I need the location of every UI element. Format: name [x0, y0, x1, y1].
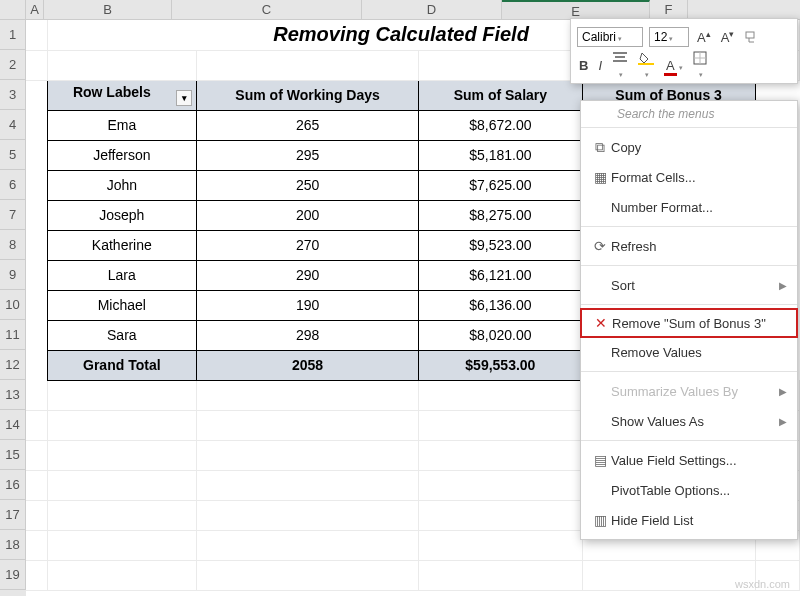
total-salary[interactable]: $59,553.00 [419, 350, 583, 380]
cell-name[interactable]: Joseph [47, 200, 197, 230]
cell-name[interactable]: Lara [47, 260, 197, 290]
row-header-19[interactable]: 19 [0, 560, 26, 590]
cell-salary[interactable]: $5,181.00 [419, 140, 583, 170]
row-header-10[interactable]: 10 [0, 290, 26, 320]
row-header-2[interactable]: 2 [0, 50, 26, 80]
cell-salary[interactable]: $8,672.00 [419, 110, 583, 140]
cell-salary[interactable]: $8,020.00 [419, 320, 583, 350]
menu-pt-options-label: PivotTable Options... [611, 483, 787, 498]
col-header-d[interactable]: D [362, 0, 502, 19]
total-days[interactable]: 2058 [197, 350, 419, 380]
menu-sort[interactable]: Sort▶ [581, 270, 797, 300]
cell-days[interactable]: 298 [197, 320, 419, 350]
col-header-b[interactable]: B [44, 0, 172, 19]
row-header-9[interactable]: 9 [0, 260, 26, 290]
font-color-button[interactable]: A▾ [662, 58, 685, 73]
row-headers: 1 2 3 4 5 6 7 8 9 10 11 12 13 14 15 16 1… [0, 20, 26, 596]
menu-remove-field-label: Remove "Sum of Bonus 3" [612, 316, 786, 331]
row-header-16[interactable]: 16 [0, 470, 26, 500]
chevron-down-icon: ▾ [669, 35, 673, 42]
row-header-12[interactable]: 12 [0, 350, 26, 380]
cell-days[interactable]: 250 [197, 170, 419, 200]
bold-button[interactable]: B [577, 58, 590, 73]
mini-toolbar: Calibri▾ 12▾ A▴ A▾ B I ▾ ▾ A▾ ▾ [570, 18, 798, 84]
cell-name[interactable]: Jefferson [47, 140, 197, 170]
header-working-days[interactable]: Sum of Working Days [197, 80, 419, 110]
svg-rect-0 [746, 32, 754, 38]
col-header-a[interactable]: A [26, 0, 44, 19]
menu-field-settings-label: Value Field Settings... [611, 453, 787, 468]
menu-value-field-settings[interactable]: ▤Value Field Settings... [581, 445, 797, 475]
row-header-18[interactable]: 18 [0, 530, 26, 560]
row-header-4[interactable]: 4 [0, 110, 26, 140]
cell-salary[interactable]: $6,136.00 [419, 290, 583, 320]
filter-dropdown-icon[interactable]: ▾ [176, 90, 192, 106]
menu-summarize-label: Summarize Values By [611, 384, 775, 399]
total-label[interactable]: Grand Total [47, 350, 197, 380]
cell-salary[interactable]: $7,625.00 [419, 170, 583, 200]
cell-name[interactable]: John [47, 170, 197, 200]
borders-button[interactable]: ▾ [691, 51, 709, 80]
field-settings-icon: ▤ [589, 452, 611, 468]
cell-days[interactable]: 270 [197, 230, 419, 260]
cell-name[interactable]: Katherine [47, 230, 197, 260]
menu-refresh[interactable]: ⟳Refresh [581, 231, 797, 261]
decrease-font-button[interactable]: A▾ [719, 29, 737, 45]
menu-copy[interactable]: ⧉Copy [581, 132, 797, 162]
menu-hide-field-list[interactable]: ▥Hide Field List [581, 505, 797, 535]
align-center-button[interactable]: ▾ [610, 51, 630, 80]
menu-format-cells[interactable]: ▦Format Cells... [581, 162, 797, 192]
row-header-17[interactable]: 17 [0, 500, 26, 530]
row-header-8[interactable]: 8 [0, 230, 26, 260]
row-header-5[interactable]: 5 [0, 140, 26, 170]
menu-remove-field[interactable]: ✕Remove "Sum of Bonus 3" [580, 308, 798, 338]
cell-days[interactable]: 290 [197, 260, 419, 290]
header-salary[interactable]: Sum of Salary [419, 80, 583, 110]
fill-color-button[interactable]: ▾ [636, 51, 656, 80]
row-header-13[interactable]: 13 [0, 380, 26, 410]
cell-days[interactable]: 265 [197, 110, 419, 140]
cell-name[interactable]: Sara [47, 320, 197, 350]
row-header-14[interactable]: 14 [0, 410, 26, 440]
col-header-c[interactable]: C [172, 0, 362, 19]
row-header-11[interactable]: 11 [0, 320, 26, 350]
increase-font-button[interactable]: A▴ [695, 29, 713, 45]
menu-number-format[interactable]: Number Format... [581, 192, 797, 222]
font-select[interactable]: Calibri▾ [577, 27, 643, 47]
chevron-down-icon: ▾ [679, 64, 683, 71]
cell-salary[interactable]: $6,121.00 [419, 260, 583, 290]
header-row-labels-text: Row Labels [73, 84, 151, 100]
row-header-7[interactable]: 7 [0, 200, 26, 230]
cell-name[interactable]: Michael [47, 290, 197, 320]
row-header-6[interactable]: 6 [0, 170, 26, 200]
italic-button[interactable]: I [596, 58, 604, 73]
menu-search[interactable]: Search the menus [617, 107, 787, 121]
chevron-down-icon: ▾ [618, 35, 622, 42]
refresh-icon: ⟳ [589, 238, 611, 254]
submenu-arrow-icon: ▶ [779, 280, 787, 291]
copy-icon: ⧉ [589, 139, 611, 156]
row-header-1[interactable]: 1 [0, 20, 26, 50]
cell-days[interactable]: 200 [197, 200, 419, 230]
cell-salary[interactable]: $9,523.00 [419, 230, 583, 260]
menu-remove-values[interactable]: Remove Values [581, 337, 797, 367]
menu-refresh-label: Refresh [611, 239, 787, 254]
menu-show-values-as[interactable]: Show Values As▶ [581, 406, 797, 436]
format-painter-icon[interactable] [742, 30, 760, 44]
cell-days[interactable]: 190 [197, 290, 419, 320]
cell-days[interactable]: 295 [197, 140, 419, 170]
font-name: Calibri [582, 30, 616, 44]
menu-number-format-label: Number Format... [611, 200, 787, 215]
row-header-15[interactable]: 15 [0, 440, 26, 470]
cell-salary[interactable]: $8,275.00 [419, 200, 583, 230]
format-cells-icon: ▦ [589, 169, 611, 185]
cell-name[interactable]: Ema [47, 110, 197, 140]
menu-pivottable-options[interactable]: PivotTable Options... [581, 475, 797, 505]
select-all-corner[interactable] [0, 0, 26, 19]
row-header-3[interactable]: 3 [0, 80, 26, 110]
col-header-e[interactable]: E [502, 0, 650, 19]
column-headers: A B C D E F [0, 0, 800, 20]
col-header-f[interactable]: F [650, 0, 688, 19]
header-row-labels[interactable]: Row Labels▾ [47, 80, 197, 110]
font-size-select[interactable]: 12▾ [649, 27, 689, 47]
